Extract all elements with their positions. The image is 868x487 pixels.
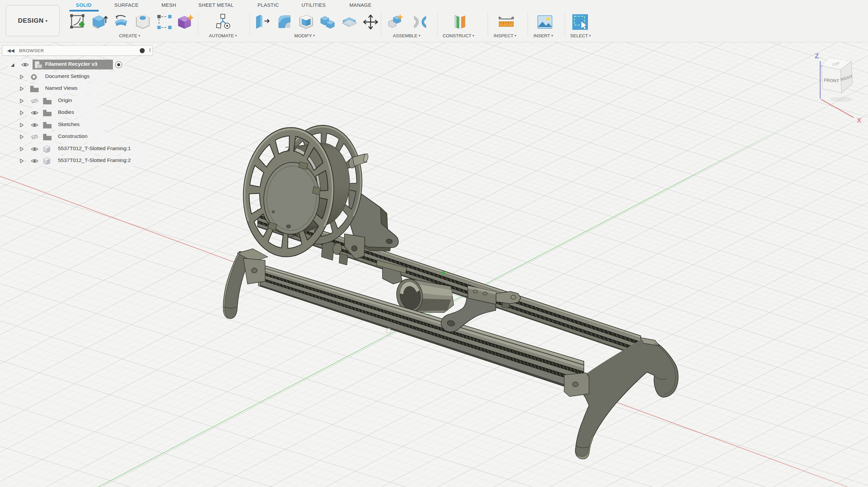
svg-text:Z: Z bbox=[815, 52, 819, 60]
svg-text:FRONT: FRONT bbox=[824, 78, 839, 83]
svg-text:X: X bbox=[857, 117, 862, 124]
